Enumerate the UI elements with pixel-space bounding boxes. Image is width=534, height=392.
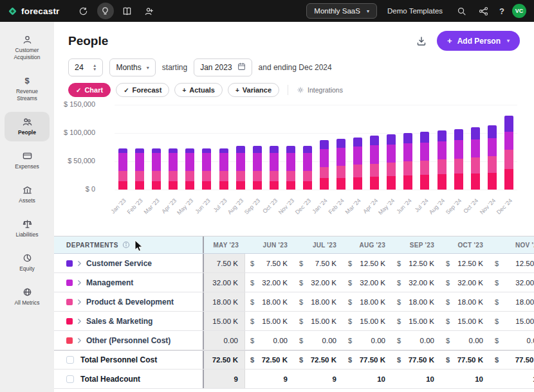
- export-icon[interactable]: [416, 36, 427, 46]
- chip-chart[interactable]: ✓Chart: [68, 83, 111, 97]
- expand-chevron-icon[interactable]: [77, 337, 82, 344]
- currency-symbol: $: [495, 279, 499, 287]
- row-label-cell[interactable]: Customer Service: [54, 254, 204, 272]
- currency-symbol: $: [250, 279, 254, 287]
- row-label-cell[interactable]: Management: [54, 273, 204, 292]
- sidebar-item-people[interactable]: People: [5, 112, 50, 141]
- bar-jun-23[interactable]: [198, 105, 215, 190]
- bar-mar-23[interactable]: [148, 105, 165, 190]
- table-header: DEPARTMENTS MAY '23JUN '23JUL '23AUG '23…: [54, 236, 534, 254]
- row-label-cell[interactable]: Other (Personnel Cost): [54, 331, 204, 350]
- currency-symbol: $: [348, 356, 352, 364]
- row-label-cell[interactable]: Product & Development: [54, 292, 204, 311]
- bar-apr-23[interactable]: [165, 105, 181, 190]
- currency-symbol: $: [446, 317, 450, 325]
- bar-nov-24[interactable]: [484, 105, 501, 190]
- bar-jul-24[interactable]: [416, 105, 433, 190]
- bar-may-23[interactable]: [181, 105, 198, 190]
- lightbulb-icon[interactable]: [97, 3, 114, 19]
- avatar[interactable]: VC: [512, 4, 526, 18]
- bar-oct-24[interactable]: [467, 105, 484, 190]
- chip-actuals[interactable]: +Actuals: [174, 83, 223, 97]
- value-cell: $12.50 K: [490, 254, 534, 272]
- bar-dec-24[interactable]: [501, 105, 517, 190]
- chip-variance[interactable]: +Variance: [228, 83, 279, 97]
- book-icon[interactable]: [119, 3, 136, 19]
- value-cell: $15.00 K: [441, 312, 490, 330]
- sidebar-item-expenses[interactable]: Expenses: [5, 146, 50, 175]
- row-label-cell[interactable]: Total Personnel Cost: [54, 351, 204, 369]
- row-label-cell[interactable]: Sales & Marketing: [54, 312, 204, 330]
- bar-aug-23[interactable]: [232, 105, 249, 190]
- stepper-arrows-icon[interactable]: ▲▼: [93, 64, 97, 72]
- demo-templates-link[interactable]: Demo Templates: [387, 7, 443, 15]
- bar-jun-24[interactable]: [400, 105, 416, 190]
- period-unit-label: Months: [116, 63, 141, 72]
- sidebar-item-all-metrics[interactable]: All Metrics: [5, 282, 50, 312]
- value-cell: $18.00 K: [245, 292, 294, 311]
- expand-chevron-icon[interactable]: [77, 299, 82, 305]
- bar-dec-23[interactable]: [299, 105, 316, 190]
- period-unit-select[interactable]: Months ▾: [109, 58, 155, 76]
- row-checkbox[interactable]: [66, 356, 74, 364]
- bar-jan-24[interactable]: [316, 105, 333, 190]
- value-cell: $7.50 K: [294, 254, 343, 272]
- bar-jul-23[interactable]: [215, 105, 232, 190]
- stacked-bar: [219, 148, 228, 190]
- bar-mar-24[interactable]: [349, 105, 366, 190]
- integrations-button[interactable]: Integrations: [297, 86, 343, 94]
- chevron-down-icon: ▾: [367, 8, 369, 14]
- departments-table: DEPARTMENTS MAY '23JUN '23JUL '23AUG '23…: [54, 236, 534, 389]
- balance-icon: [23, 253, 32, 263]
- cell-value: 7.50 K: [315, 260, 336, 267]
- bar-sep-24[interactable]: [450, 105, 467, 190]
- cell-value: 15.00 K: [515, 317, 534, 325]
- segment-product-development: [488, 156, 497, 173]
- cell-value: 15.00 K: [212, 317, 238, 325]
- currency-symbol: $: [397, 356, 401, 364]
- currency-symbol: $: [299, 317, 303, 325]
- expand-chevron-icon[interactable]: [77, 260, 82, 267]
- bar-may-24[interactable]: [383, 105, 400, 190]
- cell-value: 18.00 K: [212, 298, 238, 306]
- row-checkbox[interactable]: [66, 375, 74, 383]
- segment-management: [488, 138, 497, 156]
- row-label-cell[interactable]: Total Headcount: [54, 370, 204, 388]
- segment-customer-service: [471, 127, 480, 139]
- forecastr-logo[interactable]: forecastr: [8, 6, 60, 16]
- add-person-button[interactable]: + Add Person ▾: [437, 31, 520, 51]
- help-icon[interactable]: ?: [499, 6, 504, 16]
- model-selector[interactable]: Monthly SaaS ▾: [306, 3, 377, 19]
- start-date-picker[interactable]: Jan 2023: [194, 58, 252, 76]
- share-icon[interactable]: [475, 3, 492, 19]
- period-count-input[interactable]: [75, 63, 87, 72]
- topbar: forecastr Monthly SaaS ▾ Demo Templates …: [0, 0, 534, 22]
- cell-value: 0.00: [527, 337, 534, 344]
- bar-oct-23[interactable]: [266, 105, 282, 190]
- period-count-stepper[interactable]: ▲▼: [68, 58, 103, 76]
- add-user-icon[interactable]: [141, 3, 158, 19]
- bar-feb-23[interactable]: [131, 105, 148, 190]
- segment-customer-service: [303, 146, 312, 153]
- search-icon[interactable]: [453, 3, 470, 19]
- sidebar-item-liabilities[interactable]: Liabilities: [5, 214, 50, 244]
- info-icon[interactable]: [122, 241, 130, 249]
- bar-feb-24[interactable]: [333, 105, 349, 190]
- bar-nov-23[interactable]: [282, 105, 299, 190]
- bar-aug-24[interactable]: [433, 105, 450, 190]
- sidebar-item-equity[interactable]: Equity: [5, 248, 50, 278]
- bar-apr-24[interactable]: [366, 105, 383, 190]
- cell-value: 15.00 K: [262, 317, 288, 325]
- sidebar-item-customer-acquisition[interactable]: Customer Acquisition: [5, 30, 50, 66]
- chip-forecast[interactable]: ✓Forecast: [116, 83, 169, 97]
- stacked-bar: [169, 148, 178, 190]
- bank-icon: [23, 185, 32, 195]
- sidebar-item-revenue-streams[interactable]: $Revenue Streams: [5, 71, 50, 107]
- history-icon[interactable]: [75, 3, 92, 19]
- sidebar-item-assets[interactable]: Assets: [5, 180, 50, 209]
- segment-management: [135, 153, 144, 171]
- bar-sep-23[interactable]: [249, 105, 266, 190]
- bar-jan-23[interactable]: [115, 105, 131, 190]
- expand-chevron-icon[interactable]: [77, 318, 82, 325]
- expand-chevron-icon[interactable]: [77, 280, 82, 286]
